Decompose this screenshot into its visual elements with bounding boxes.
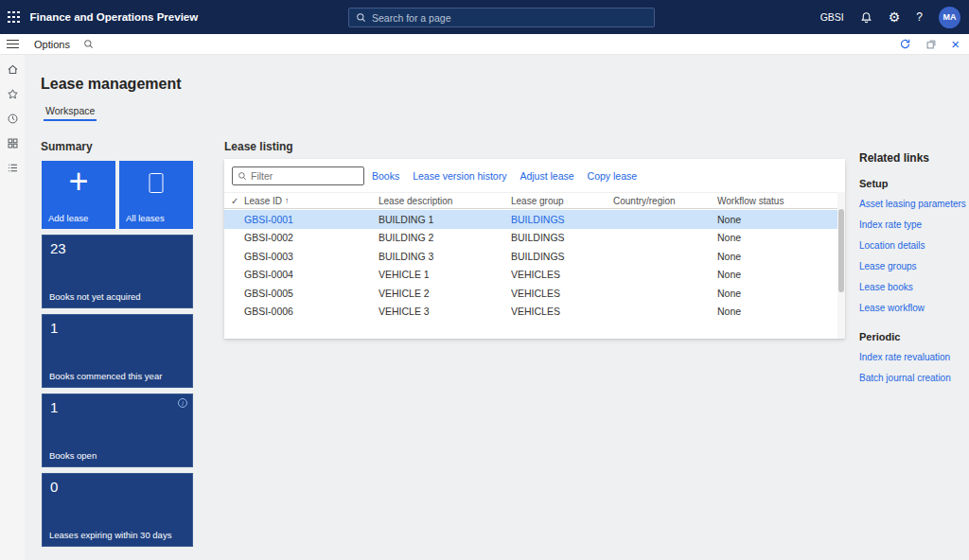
page-title: Lease management [41, 76, 182, 93]
filter-input[interactable] [251, 170, 359, 182]
column-header-workflow-status[interactable]: Workflow status [717, 196, 837, 206]
filter-box[interactable] [232, 166, 364, 185]
workflow-status-cell: None [717, 251, 837, 262]
tile-label: Leases expiring within 30 days [49, 530, 171, 540]
lease-group-cell[interactable]: VEHICLES [511, 269, 613, 280]
table-row[interactable]: GBSI-0002BUILDING 2BUILDINGSNone [224, 229, 837, 248]
lease-description-cell: VEHICLE 1 [379, 269, 511, 280]
company-selector[interactable]: GBSI [820, 11, 844, 23]
modules-list-icon[interactable] [7, 162, 19, 174]
open-in-new-window-icon[interactable] [925, 39, 937, 50]
lease-description-cell: BUILDING 2 [379, 232, 511, 243]
lease-group-cell[interactable]: BUILDINGS [511, 251, 613, 262]
link-location-details[interactable]: Location details [859, 240, 965, 251]
lease-group-cell[interactable]: VEHICLES [511, 288, 613, 299]
tile-leases-expiring-within-30-days[interactable]: 0Leases expiring within 30 days [42, 473, 193, 547]
action-lease-version-history[interactable]: Lease version history [413, 170, 506, 182]
help-icon[interactable]: ? [916, 10, 923, 24]
lease-group-cell[interactable]: BUILDINGS [511, 232, 613, 243]
table-row[interactable]: GBSI-0005VEHICLE 2VEHICLESNone [224, 284, 837, 303]
action-books[interactable]: Books [372, 170, 399, 182]
tile-count-value: 23 [50, 240, 66, 256]
top-navigation-bar: Finance and Operations Preview GBSI ⚙ ? … [0, 0, 969, 34]
tile-label: Books open [49, 450, 97, 461]
tile-label: All leases [126, 213, 165, 223]
action-copy-lease[interactable]: Copy lease [588, 170, 638, 182]
lease-id-cell[interactable]: GBSI-0006 [244, 306, 379, 317]
grid-scrollbar-thumb[interactable] [838, 209, 844, 292]
table-row[interactable]: GBSI-0004VEHICLE 1VEHICLESNone [224, 266, 837, 285]
table-row[interactable]: GBSI-0006VEHICLE 3VEHICLESNone [224, 303, 837, 322]
sort-ascending-icon: ↑ [285, 196, 290, 205]
app-title[interactable]: Finance and Operations Preview [30, 11, 199, 23]
user-avatar[interactable]: MA [939, 7, 960, 28]
link-index-rate-revaluation[interactable]: Index rate revaluation [859, 352, 965, 362]
actions-search-icon[interactable] [83, 39, 94, 49]
app-launcher-icon[interactable] [8, 11, 20, 24]
lease-listing-card: BooksLease version historyAdjust leaseCo… [224, 159, 845, 339]
toolbar-right-cluster: × [899, 37, 969, 51]
workflow-status-cell: None [717, 214, 837, 225]
tile-books-open[interactable]: 1iBooks open [42, 394, 193, 467]
tile-add-lease[interactable]: +Add lease [42, 161, 115, 229]
lease-icon [150, 173, 164, 193]
link-lease-workflow[interactable]: Lease workflow [859, 303, 965, 313]
grid-scrollbar[interactable] [837, 192, 845, 339]
options-menu[interactable]: Options [34, 39, 70, 50]
hamburger-menu-icon[interactable] [7, 37, 19, 51]
lease-listing-heading: Lease listing [224, 140, 293, 153]
link-batch-journal-creation[interactable]: Batch journal creation [859, 373, 965, 383]
search-icon [356, 12, 366, 23]
workflow-status-cell: None [717, 306, 837, 317]
notifications-bell-icon[interactable] [860, 11, 872, 24]
related-section-title: Periodic [859, 331, 965, 342]
link-index-rate-type[interactable]: Index rate type [859, 219, 965, 230]
lease-id-cell[interactable]: GBSI-0002 [244, 232, 379, 243]
action-adjust-lease[interactable]: Adjust lease [520, 170, 573, 182]
related-links-heading: Related links [859, 151, 965, 165]
lease-id-cell[interactable]: GBSI-0004 [244, 269, 379, 280]
tab-workspace[interactable]: Workspace [44, 105, 97, 121]
tile-all-leases[interactable]: All leases [119, 161, 193, 229]
workspaces-grid-icon[interactable] [7, 137, 19, 149]
recent-clock-icon[interactable] [7, 113, 19, 125]
lease-id-cell[interactable]: GBSI-0001 [244, 214, 379, 225]
select-all-checkmark-icon[interactable]: ✓ [224, 196, 244, 206]
tile-books-commenced-this-year[interactable]: 1Books commenced this year [42, 314, 193, 388]
favorites-star-icon[interactable] [7, 88, 19, 100]
table-row[interactable]: GBSI-0003BUILDING 3BUILDINGSNone [224, 247, 837, 266]
summary-tiles: +Add leaseAll leases23Books not yet acqu… [42, 161, 193, 547]
plus-icon: + [68, 163, 88, 201]
link-asset-leasing-parameters[interactable]: Asset leasing parameters [859, 199, 965, 209]
tile-label: Books commenced this year [49, 371, 162, 381]
lease-id-cell[interactable]: GBSI-0005 [244, 288, 379, 299]
refresh-icon[interactable] [899, 38, 911, 50]
column-header-lease-group[interactable]: Lease group [511, 196, 613, 206]
link-lease-books[interactable]: Lease books [859, 282, 965, 292]
listing-actions: BooksLease version historyAdjust leaseCo… [372, 170, 637, 182]
tile-count-value: 1 [50, 399, 58, 415]
page-search-box[interactable] [348, 8, 655, 27]
link-lease-groups[interactable]: Lease groups [859, 261, 965, 271]
page-action-bar: Options × [0, 34, 969, 55]
settings-gear-icon[interactable]: ⚙ [889, 10, 901, 24]
filter-search-icon [238, 171, 247, 181]
listing-toolbar: BooksLease version historyAdjust leaseCo… [232, 166, 837, 185]
home-icon[interactable] [7, 63, 19, 76]
related-section-periodic: PeriodicIndex rate revaluationBatch jour… [859, 331, 965, 383]
related-links-sections: SetupAsset leasing parametersIndex rate … [859, 178, 965, 383]
workflow-status-cell: None [717, 232, 837, 243]
close-icon[interactable]: × [951, 37, 960, 51]
column-header-lease-description[interactable]: Lease description [379, 196, 511, 206]
grid-header: ✓Lease ID↑Lease descriptionLease groupCo… [224, 192, 837, 209]
lease-group-cell[interactable]: BUILDINGS [511, 214, 613, 225]
column-header-lease-id[interactable]: Lease ID↑ [244, 196, 379, 206]
page-search-input[interactable] [372, 12, 647, 24]
tile-books-not-yet-acquired[interactable]: 23Books not yet acquired [42, 235, 193, 308]
lease-group-cell[interactable]: VEHICLES [511, 306, 613, 317]
tile-label: Books not yet acquired [49, 291, 141, 302]
related-section-title: Setup [859, 178, 965, 189]
column-header-country-region[interactable]: Country/region [613, 196, 717, 206]
table-row[interactable]: GBSI-0001BUILDING 1BUILDINGSNone [224, 210, 837, 229]
lease-id-cell[interactable]: GBSI-0003 [244, 251, 379, 262]
